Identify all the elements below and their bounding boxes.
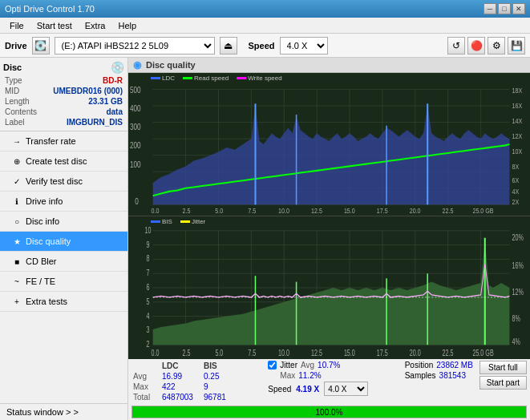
nav-fe-te[interactable]: ~ FE / TE [0,272,127,292]
start-part-button[interactable]: Start part [479,376,527,390]
progress-row: 100.0% [128,404,530,420]
menu-start-test[interactable]: Start test [30,19,79,32]
svg-text:16X: 16X [512,101,523,110]
svg-text:10: 10 [144,225,151,235]
menu-help[interactable]: Help [111,19,143,32]
stats-max-ldc: 422 [160,382,202,392]
top-chart-container: LDC Read speed Write speed [128,73,530,216]
save-button[interactable]: 💾 [508,37,525,55]
status-window-button[interactable]: Status window > > [0,403,127,420]
position-row: Position 23862 MB [405,361,473,370]
menubar: File Start test Extra Help [0,18,530,34]
disc-panel-title: Disc [3,63,22,72]
stats-total-label: Total [131,392,160,402]
jitter-checkbox[interactable] [268,361,277,370]
disc-contents-row: Contents data [3,107,124,117]
disc-mid-value: UMEBDR016 (000) [53,87,123,95]
svg-text:8%: 8% [512,313,520,323]
menu-extra[interactable]: Extra [79,19,112,32]
nav-disc-info[interactable]: ○ Disc info [0,212,127,232]
titlebar: Opti Drive Control 1.70 ─ □ ✕ [0,0,530,18]
menu-file[interactable]: File [3,19,30,32]
stats-total-ldc: 6487003 [160,392,202,402]
nav-extra-tests[interactable]: + Extra tests [0,292,127,312]
svg-text:17.5: 17.5 [377,206,388,215]
charts-area: LDC Read speed Write speed [128,73,530,359]
nav-drive-info[interactable]: ℹ Drive info [0,192,127,212]
disc-contents-value: data [106,107,123,116]
nav-transfer-rate-label: Transfer rate [26,136,76,146]
nav-transfer-rate[interactable]: → Transfer rate [0,131,127,151]
disc-length-row: Length 23.31 GB [3,96,124,107]
svg-text:2.5: 2.5 [182,206,190,215]
nav-create-test-disc[interactable]: ⊕ Create test disc [0,151,127,172]
svg-text:10.0: 10.0 [278,206,289,215]
jitter-max-label: Max [280,371,295,380]
stats-max-label: Max [131,382,160,392]
svg-text:15.0: 15.0 [344,348,355,357]
legend-read-speed: Read speed [183,75,229,82]
svg-text:7: 7 [146,269,149,278]
disc-info-icon: ○ [11,216,22,227]
minimize-button[interactable]: ─ [483,3,496,14]
speed-select[interactable]: 4.0 X [280,37,328,55]
svg-text:4: 4 [146,311,149,321]
legend-bis-color [151,220,160,223]
nav-disc-quality[interactable]: ★ Disc quality [0,232,127,252]
svg-text:7.5: 7.5 [248,206,256,215]
jitter-row: Jitter Avg 10.7% [268,361,401,370]
disc-type-label: Type [5,76,22,85]
svg-text:10.0: 10.0 [278,348,289,357]
drive-label: Drive [5,41,27,50]
svg-text:20.0: 20.0 [410,206,421,215]
disc-type-row: Type BD-R [3,75,124,86]
nav-verify-test-disc-label: Verify test disc [26,176,83,186]
chart-title-bar: ◉ Disc quality [128,58,530,73]
maximize-button[interactable]: □ [498,3,511,14]
bottom-chart-svg: 10 9 8 7 6 5 4 3 2 20% 16% 12% 8% 4% 0 [128,216,530,359]
stats-total-bis: 96781 [202,392,237,402]
stats-header-bis: BIS [202,361,237,371]
nav-cd-bler[interactable]: ■ CD Bler [0,252,127,272]
jitter-avg-value: 10.7% [318,361,340,370]
svg-text:8X: 8X [512,162,520,171]
start-full-button[interactable]: Start full [479,361,527,374]
close-button[interactable]: ✕ [512,3,525,14]
refresh-button[interactable]: ↺ [447,37,465,55]
nav-drive-info-label: Drive info [26,196,63,206]
chart-title: Disc quality [146,60,196,70]
bottom-chart-container: BIS Jitter [128,216,530,359]
position-label: Position [405,361,434,370]
status-window-label: Status window > > [6,407,79,417]
burn-button[interactable]: 🔴 [467,37,485,55]
disc-mid-label: MID [5,87,19,95]
nav-verify-test-disc[interactable]: ✓ Verify test disc [0,172,127,192]
svg-text:22.5: 22.5 [443,206,454,215]
verify-test-disc-icon: ✓ [11,176,22,187]
position-section: Position 23862 MB Samples 381543 [405,361,473,402]
svg-text:0.0: 0.0 [152,348,160,357]
speed-stat-label: Speed [268,385,291,394]
config-button[interactable]: ⚙ [488,37,505,55]
jitter-max-row: Max 11.2% [268,371,401,380]
svg-text:300: 300 [130,122,141,131]
eject-button[interactable]: ⏏ [220,37,237,55]
svg-text:25.0 GB: 25.0 GB [472,206,494,215]
svg-text:6: 6 [146,283,149,293]
fe-te-icon: ~ [11,276,22,287]
stats-header-ldc: LDC [160,361,202,371]
svg-text:5.0: 5.0 [215,348,223,357]
svg-text:7.5: 7.5 [248,348,256,357]
jitter-speed-section: Jitter Avg 10.7% Max 11.2% Speed 4.19 X … [268,361,401,402]
speed-stat-select[interactable]: 4.0 X [324,382,368,396]
svg-text:500: 500 [130,84,141,94]
samples-row: Samples 381543 [405,371,473,380]
drive-select[interactable]: (E:) ATAPI iHBS212 2 5L09 [55,37,215,55]
action-buttons: Start full Start part [479,361,527,402]
stats-avg-label: Avg [131,371,160,382]
svg-text:25.0 GB: 25.0 GB [472,348,493,357]
svg-text:5: 5 [146,297,149,306]
svg-text:9: 9 [146,240,149,249]
cd-bler-icon: ■ [11,256,22,267]
svg-text:10X: 10X [512,147,523,155]
